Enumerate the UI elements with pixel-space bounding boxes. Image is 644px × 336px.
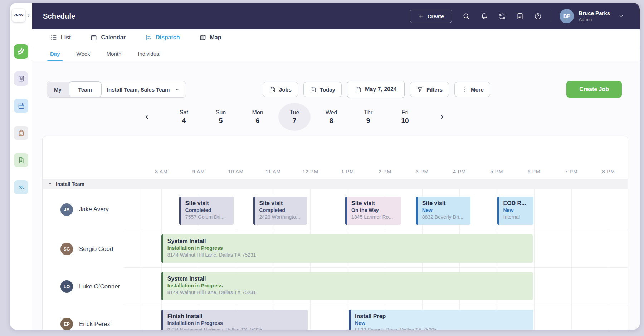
calendar-icon [18, 102, 25, 110]
day-date: 5 [219, 117, 223, 125]
job-card[interactable]: Site visitOn the Way1845 Larimer Ro... [345, 197, 401, 225]
job-status: Installation in Progress [167, 245, 529, 252]
job-status: Installation in Progress [167, 320, 303, 327]
day-of-week: Wed [326, 109, 337, 116]
button-label: Jobs [279, 87, 292, 93]
hour-label: 1 PM [341, 169, 354, 174]
day-of-week: Sun [216, 109, 226, 116]
screen: KNOX Schedule Create BP Bruce Parks Admi… [0, 0, 644, 336]
hour-label: 12 PM [302, 169, 318, 174]
button-label: Today [320, 87, 335, 93]
contact-icon [18, 75, 25, 83]
job-card[interactable]: Site visitNew8832 Beverly Dri... [416, 197, 470, 225]
calendar-icon [90, 34, 97, 41]
day-mon-6[interactable]: Mon6 [241, 103, 274, 131]
tab-dispatch[interactable]: Dispatch [145, 34, 180, 41]
filters-button[interactable]: Filters [410, 82, 449, 97]
tab-label: Dispatch [156, 34, 180, 41]
my-team-toggle: MyTeam [47, 82, 101, 97]
job-detail: 8144 Walnut Hill Lane, Dallas TX 75231 [167, 289, 529, 296]
day-date: 4 [182, 117, 186, 125]
prev-week-button[interactable] [140, 110, 154, 124]
collapse-triangle-icon[interactable] [48, 182, 53, 187]
sidebar-item-brand[interactable] [14, 44, 28, 59]
schedule-lane: Site visitCompleted7557 Golum Dri...Site… [124, 189, 628, 230]
may-7-2024-button[interactable]: May 7, 2024 [347, 81, 405, 98]
day-sat-4[interactable]: Sat4 [168, 103, 200, 131]
schedule-lane: Finish InstallInstallation in Progress97… [124, 305, 628, 330]
funnel-icon [416, 86, 423, 93]
subtab-individual[interactable]: Individual [138, 51, 160, 61]
toggle-option-team[interactable]: Team [69, 81, 102, 97]
tab-map[interactable]: Map [199, 34, 221, 41]
subtab-month[interactable]: Month [107, 51, 122, 61]
hour-label: 2 PM [379, 169, 391, 174]
day-wed-8[interactable]: Wed8 [315, 103, 347, 131]
sidebar-item-tasks[interactable] [14, 126, 28, 140]
technician-name: Luke O’Conner [79, 283, 120, 290]
toggle-option-my[interactable]: My [47, 82, 69, 97]
day-date: 6 [256, 117, 260, 125]
day-tue-7[interactable]: Tue7 [278, 103, 311, 131]
technician-cell: JAJake Avery [43, 189, 124, 230]
workspace-chevrons-icon[interactable] [26, 13, 31, 18]
user-name: Bruce Parks [579, 10, 610, 16]
sync-icon-button[interactable] [498, 12, 506, 20]
sidebar-item-teams[interactable] [14, 180, 28, 194]
day-thr-9[interactable]: Thr9 [352, 103, 384, 131]
button-label: May 7, 2024 [365, 86, 397, 93]
job-card[interactable]: System InstallInstallation in Progress81… [161, 272, 533, 300]
job-detail: Internal [503, 214, 530, 221]
job-status: Installation in Progress [167, 282, 529, 289]
workspace-switcher[interactable]: KNOX [12, 9, 31, 22]
job-detail: 9724 Northwest Highway, Dallas TX 75225 [167, 327, 303, 330]
subtab-day[interactable]: Day [50, 51, 60, 61]
create-job-button[interactable]: Create Job [566, 81, 622, 98]
team-filter-dropdown[interactable]: Install Team, Sales Team [101, 87, 186, 93]
next-week-button[interactable] [435, 110, 449, 124]
subtab-week[interactable]: Week [77, 51, 90, 61]
tab-list[interactable]: List [50, 34, 71, 41]
job-card[interactable]: EOD R...NewInternal [497, 197, 534, 225]
dispatch-icon [145, 34, 152, 41]
job-title: Site visit [185, 200, 229, 207]
job-card[interactable]: Site visitCompleted2429 Worthingto... [253, 197, 307, 225]
sidebar-item-contacts[interactable] [14, 71, 28, 86]
topbar-divider [551, 10, 551, 22]
day-sun-5[interactable]: Sun5 [205, 103, 237, 131]
help-icon-button[interactable] [534, 12, 542, 20]
team-filter-value: Install Team, Sales Team [107, 87, 170, 93]
create-button[interactable]: Create [410, 10, 453, 23]
button-label: More [471, 87, 484, 93]
job-card[interactable]: System InstallInstallation in Progress81… [161, 234, 533, 263]
more-button[interactable]: More [454, 82, 490, 97]
map-icon [199, 34, 206, 41]
today-button[interactable]: Today [303, 82, 342, 97]
sidebar-item-invoices[interactable] [14, 153, 28, 167]
hour-label: 4 PM [453, 169, 466, 174]
day-fri-10[interactable]: Fri10 [389, 103, 421, 131]
page-title: Schedule [43, 12, 75, 20]
search-icon-button[interactable] [462, 12, 470, 20]
tab-calendar[interactable]: Calendar [90, 34, 125, 41]
job-title: System Install [167, 275, 529, 282]
job-card[interactable]: Finish InstallInstallation in Progress97… [161, 310, 308, 330]
user-text: Bruce Parks Admin [579, 10, 610, 22]
day-date: 8 [330, 117, 333, 125]
jobs-button[interactable]: Jobs [263, 82, 298, 97]
user-role: Admin [579, 17, 610, 22]
day-of-week: Thr [364, 109, 372, 116]
job-detail: 1845 Larimer Ro... [351, 214, 396, 221]
notes-icon-button[interactable] [516, 12, 524, 20]
kebab-icon [461, 86, 468, 93]
sidebar-item-schedule[interactable] [14, 99, 28, 113]
job-card[interactable]: Site visitCompleted7557 Golum Dri... [179, 197, 234, 225]
schedule-lane: System InstallInstallation in Progress81… [124, 230, 628, 268]
plus-icon [418, 13, 424, 19]
user-menu[interactable]: BP Bruce Parks Admin [560, 9, 624, 23]
doc-dollar-icon [18, 157, 25, 164]
group-header[interactable]: Install Team [43, 179, 628, 189]
chevron-down-icon[interactable] [618, 13, 624, 19]
job-card[interactable]: Install PrepNew8832 Beverly Drive, Dalla… [349, 310, 533, 330]
bell-icon-button[interactable] [480, 12, 488, 20]
